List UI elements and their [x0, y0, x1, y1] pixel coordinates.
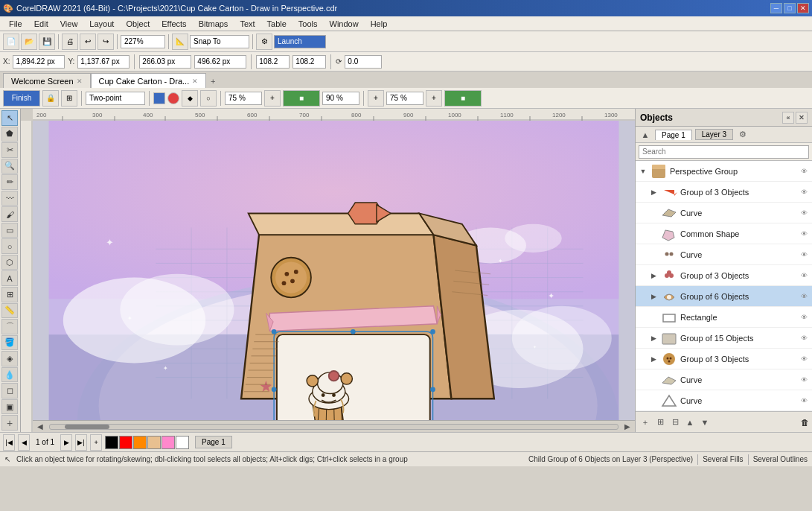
smart-draw[interactable]: 〰 [1, 191, 18, 206]
expand-icon[interactable]: ▼ [639, 167, 648, 176]
close-button[interactable]: ✕ [797, 3, 809, 13]
color-green2[interactable]: ■ [444, 90, 482, 107]
next-page-btn[interactable]: ▶ [60, 434, 72, 451]
eyedropper[interactable]: 💧 [1, 367, 18, 383]
menu-item-view[interactable]: View [54, 18, 84, 30]
polygon-tool[interactable]: ⬡ [1, 255, 18, 270]
last-page-btn[interactable]: ▶| [75, 434, 87, 451]
transparency[interactable]: ◻ [1, 383, 18, 399]
page-tab[interactable]: Page 1 [195, 436, 232, 448]
add-page-btn[interactable]: + [90, 434, 102, 451]
tab-welcome[interactable]: Welcome Screen ✕ [3, 73, 91, 88]
scale-h-input[interactable] [292, 55, 326, 69]
visibility-icon[interactable]: 👁 [799, 354, 809, 364]
zoom-val1[interactable]: 75 % [225, 92, 262, 105]
list-item[interactable]: ▶ Group of 3 Objects 👁 [636, 182, 812, 203]
list-item[interactable]: ▶ Group of 15 Objects 👁 [636, 328, 812, 349]
visibility-icon[interactable]: 👁 [799, 291, 809, 302]
scale-w-input[interactable] [256, 55, 290, 69]
add-tab-button[interactable]: + [206, 74, 220, 88]
horizontal-scrollbar[interactable]: ◀ ▶ [33, 420, 635, 432]
color-green[interactable]: ■ [283, 90, 320, 107]
tab-cupcake[interactable]: Cup Cake Carton - Dra... ✕ [91, 73, 207, 88]
list-item[interactable]: ▶ Group of 3 Objects 👁 [636, 265, 812, 286]
list-item[interactable]: Curve 👁 [636, 203, 812, 223]
visibility-icon[interactable]: 👁 [799, 333, 809, 343]
snap-dropdown[interactable]: Snap To [190, 35, 249, 48]
snap-button[interactable]: 📐 [172, 34, 188, 50]
add-zoom[interactable]: + [264, 90, 281, 107]
add-btn3[interactable]: + [426, 90, 442, 107]
panel-btn3[interactable]: ⊟ [668, 416, 682, 429]
layer-settings[interactable]: ⚙ [736, 128, 749, 142]
minimize-button[interactable]: ─ [770, 3, 782, 13]
canvas-content[interactable]: ✦ ✦ ✦ ✦ ✦ ✦ ✦ ✦ [33, 121, 635, 420]
list-item[interactable]: Common Shape 👁 [636, 223, 812, 244]
angle-input[interactable] [345, 55, 382, 69]
zoom-val2[interactable]: 90 % [322, 92, 359, 105]
measure-tool[interactable]: 📏 [1, 303, 18, 319]
lock-btn[interactable]: 🔒 [42, 90, 59, 107]
search-input[interactable] [639, 145, 809, 159]
menu-item-tools[interactable]: Tools [292, 18, 324, 30]
color-orange[interactable] [133, 436, 147, 449]
first-page-btn[interactable]: |◀ [3, 434, 15, 451]
print-button[interactable]: 🖨 [62, 34, 78, 50]
menu-item-edit[interactable]: Edit [28, 18, 54, 30]
add-btn2[interactable]: + [368, 90, 384, 107]
list-item[interactable]: ▶ Group of 6 Objects 👁 [636, 286, 812, 307]
scroll-thumb[interactable] [65, 425, 109, 429]
visibility-icon[interactable]: 👁 [799, 187, 809, 197]
layer-chip[interactable]: Layer 3 [695, 129, 733, 140]
menu-item-layout[interactable]: Layout [83, 18, 120, 30]
expand-tools[interactable]: + [1, 415, 18, 431]
list-item[interactable]: Curve 👁 [636, 390, 812, 411]
select-tool[interactable]: ↖ [1, 110, 18, 126]
freehand-tool[interactable]: ✏ [1, 174, 18, 190]
shape-diamond[interactable]: ◆ [182, 90, 198, 107]
save-button[interactable]: 💾 [39, 34, 55, 50]
expand-icon[interactable]: ▶ [649, 271, 658, 280]
expand-icon[interactable]: ▶ [649, 334, 658, 343]
list-item[interactable]: Curve 👁 [636, 369, 812, 390]
x-input[interactable] [13, 55, 65, 69]
panel-btn2[interactable]: ⊞ [653, 416, 667, 429]
menu-item-file[interactable]: File [3, 18, 28, 30]
perspective-type[interactable]: Two-point [86, 92, 145, 105]
new-button[interactable]: 📄 [3, 34, 19, 50]
artistic-media[interactable]: 🖌 [1, 206, 18, 222]
rect-tool[interactable]: ▭ [1, 223, 18, 238]
y-input[interactable] [77, 55, 130, 69]
zoom-dropdown[interactable]: 227% [121, 35, 165, 48]
visibility-icon[interactable]: 👁 [799, 375, 809, 385]
color-red[interactable] [119, 436, 132, 449]
smart-fill[interactable]: ◈ [1, 351, 18, 366]
menu-item-text[interactable]: Text [234, 18, 260, 30]
panel-btn4[interactable]: ▲ [683, 416, 697, 429]
prev-page-btn[interactable]: ◀ [18, 434, 30, 451]
connector-tool[interactable]: ⌒ [1, 319, 18, 334]
color-circle-red[interactable] [167, 92, 179, 104]
open-button[interactable]: 📂 [21, 34, 37, 50]
menu-item-help[interactable]: Help [365, 18, 394, 30]
color-black[interactable] [105, 436, 118, 449]
shadow-tool[interactable]: ▣ [1, 399, 18, 415]
menu-item-effects[interactable]: Effects [156, 18, 192, 30]
color-tan[interactable] [147, 436, 161, 449]
delete-btn[interactable]: 🗑 [801, 418, 809, 427]
expand-icon[interactable]: ▶ [649, 188, 658, 197]
panel-expand-btn[interactable]: ✕ [796, 112, 808, 124]
finish-button[interactable]: Finish [3, 90, 40, 107]
fill-tool[interactable]: 🪣 [1, 335, 18, 351]
scroll-right[interactable]: ▶ [620, 422, 635, 431]
page-chip[interactable]: Page 1 [655, 130, 692, 140]
color-box-blue[interactable] [153, 92, 165, 104]
menu-item-bitmaps[interactable]: Bitmaps [193, 18, 234, 30]
list-item[interactable]: Curve 👁 [636, 244, 812, 265]
list-item[interactable]: ▶ Group of 3 Objects 👁 [636, 349, 812, 369]
crop-tool[interactable]: ✂ [1, 142, 18, 158]
launch-dropdown[interactable]: Launch [274, 35, 326, 48]
panel-btn5[interactable]: ▼ [698, 416, 712, 429]
visibility-icon[interactable]: 👁 [799, 229, 809, 239]
zoom-val3[interactable]: 75 % [386, 92, 423, 105]
